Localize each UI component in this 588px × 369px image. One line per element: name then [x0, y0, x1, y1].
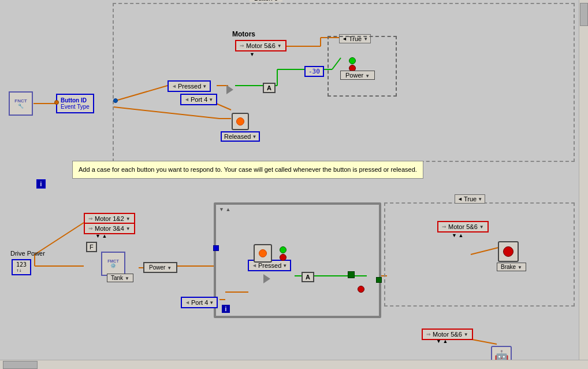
orange-node-gray [254, 244, 272, 263]
motors-label: Motors [232, 30, 255, 38]
red-dot-gray [280, 254, 286, 262]
button-id-node[interactable]: Button ID Event Type [56, 94, 94, 113]
t-connector [348, 271, 355, 278]
tank-label[interactable]: Tank ▼ [107, 274, 133, 282]
button-id-output-connector [113, 98, 118, 103]
compare-node-top [226, 85, 233, 95]
motor-34-node[interactable]: ⇒ Motor 3&4 ▼ [84, 223, 135, 234]
func-node-main[interactable]: FNCT 🔧 [9, 91, 33, 116]
a-connector-bottom: A [302, 272, 314, 282]
info-box: Add a case for each button you want to r… [72, 161, 423, 179]
gray-case-container: ◄ Pressed ▼ A i ▼ ▲ [214, 202, 381, 318]
drive-power-label: Drive Power [10, 250, 45, 257]
main-canvas: "Button 6" Motors ⇒ Motor 5&6 ▼ ▼ ◄ True… [0, 0, 588, 369]
drive-power-value[interactable]: 123 ↑↓ [12, 259, 31, 275]
top-case-container: "Button 6" Motors ⇒ Motor 5&6 ▼ ▼ ◄ True… [113, 3, 575, 162]
power-node-bottom[interactable]: Power ▼ [143, 262, 177, 273]
motor-56-node-top[interactable]: ⇒ Motor 5&6 ▼ [235, 40, 286, 51]
func-node-bottom[interactable]: FMCT ⚙️ [101, 252, 125, 276]
case-arrows-gray[interactable]: ▼ ▲ [219, 206, 230, 212]
neg30-display: -30 [304, 68, 324, 75]
released-group-top: Released ▼ [221, 113, 260, 142]
scrollbar-bottom[interactable] [0, 360, 588, 369]
true-label-bottom-right[interactable]: ◄ True ▼ [455, 194, 485, 204]
a-connector-top: A [263, 83, 276, 93]
green-conn-right [376, 277, 382, 283]
button-id-input-connector [54, 100, 59, 105]
motor-bottom-arrows[interactable]: ▼ ▲ [436, 338, 448, 344]
f-connector: F [86, 242, 97, 252]
power-label-top[interactable]: Power ▼ [340, 71, 375, 80]
true-case-inner: Power ▼ [328, 36, 397, 97]
scrollbar-right[interactable] [579, 0, 588, 360]
compare-node-bottom [263, 274, 270, 285]
motor-dropdown[interactable]: ▼ [250, 51, 255, 57]
port4-node-top[interactable]: ◄ Port 4 ▼ [180, 94, 217, 105]
stop-red-bottom [358, 286, 364, 293]
brake-indicator [498, 241, 519, 262]
released-label[interactable]: Released ▼ [221, 131, 260, 142]
blue-conn-left [213, 245, 219, 251]
bottom-right-container: ◄ True ▼ ⇒ Motor 5&6 ▼ ▼ ▲ Brake ▼ [384, 202, 575, 307]
button6-label: "Button 6" [250, 0, 282, 2]
motor-56-right[interactable]: ⇒ Motor 5&6 ▼ [437, 221, 489, 233]
motor-arrows[interactable]: ▼ ▲ [95, 233, 107, 239]
brake-label[interactable]: Brake ▼ [497, 263, 526, 271]
green-dot-gray [280, 246, 286, 254]
i-label-bottom: i [222, 305, 230, 313]
green-indicator [349, 57, 356, 65]
pressed-node-top[interactable]: ◄ Pressed ▼ [168, 80, 211, 92]
info-icon: i [36, 179, 46, 189]
motor-right-arrows[interactable]: ▼ ▲ [452, 233, 463, 238]
port4-node-bottom[interactable]: ◄ Port 4 ▼ [181, 297, 218, 308]
